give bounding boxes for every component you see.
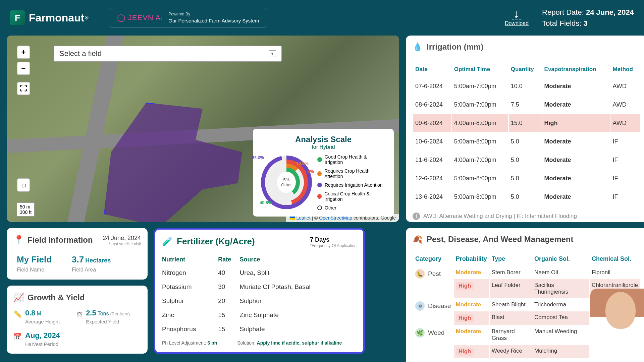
table-row: Phosphorus15Sulphate: [162, 322, 357, 336]
fertilizer-table: Nutrient Rate Source Nitrogen40Urea, Spl…: [162, 253, 357, 336]
powered-by-label: Powered By: [168, 11, 259, 17]
fertilizer-frequency: 7 Days: [310, 236, 357, 243]
fertilizer-card: 🧪Fertilizer (Kg/Acre) 7 Days *Frequency …: [154, 228, 365, 354]
pest-management-card: 🍂Pest, Disease, And Weed Management Cate…: [406, 228, 644, 362]
satellite-date: 24 June, 2024: [103, 235, 141, 242]
scale-indicator: 50 m300 ft: [17, 202, 35, 217]
table-row: 07-6-20245:00am-7:00pm10.0ModerateAWD: [413, 77, 640, 95]
leaf-icon: 🍂: [413, 235, 423, 244]
table-row: 09-6-20244:00am-8:00pm15.0HighAWD: [413, 114, 640, 132]
growth-icon: 📈: [13, 292, 24, 303]
table-row: Nitrogen40Urea, Split: [162, 266, 357, 280]
flask-icon: 🧪: [162, 236, 173, 247]
tagline: Our Personalized Farm Advisory System: [168, 17, 259, 24]
field-name: My Field: [17, 254, 52, 265]
analysis-donut-chart: 5%Other 97.2% 10.5% 45.8% 40.8%: [261, 156, 312, 209]
table-row: Potassium30Muriate Of Potash, Basal: [162, 280, 357, 294]
jeevn-logo: ◯ JEEVN Aᵢ: [117, 13, 163, 22]
legend-item: Critical Crop Health & Irrigation: [317, 191, 386, 202]
measure-button[interactable]: ◻: [17, 178, 30, 192]
app-logo: F Farmonaut®: [10, 10, 89, 25]
irrigation-icon: 💧: [413, 42, 423, 52]
zoom-out-button[interactable]: −: [17, 62, 30, 75]
download-icon: ⭳: [512, 9, 521, 20]
download-button[interactable]: ⭳ Download: [505, 9, 529, 26]
legend-item: Requires Crop Health Attention: [317, 168, 386, 179]
legend-item: Requires Irrigation Attention: [317, 182, 386, 188]
table-row: 🐛PestModerateStem BorerNeem OilFipronil: [413, 266, 640, 279]
info-icon: i: [413, 213, 420, 220]
field-info-card: 📍Field Information 24 June, 2024 *Last s…: [7, 228, 148, 280]
location-icon: 📍: [13, 235, 24, 245]
calendar-icon: 📅: [13, 333, 22, 341]
table-row: 12-6-20245:00am-8:00pm5.0ModerateIF: [413, 170, 640, 187]
legend-title: Analysis Scale: [261, 135, 386, 144]
height-icon: 📏: [13, 310, 22, 318]
field-area: 3.7: [72, 254, 84, 264]
table-row: Zinc15Zinc Sulphate: [162, 308, 357, 322]
table-row: 10-6-20245:00am-8:00pm5.0ModerateIF: [413, 133, 640, 150]
report-info: Report Date: 24 June, 2024 Total Fields:…: [542, 7, 634, 29]
growth-yield-card: 📈Growth & Yield 📏 0.8M Average Height ⚖: [7, 286, 148, 354]
legend-subtitle: for Hybrid: [261, 144, 386, 150]
analysis-scale-legend: Analysis Scale for Hybrid 5%Other 97.2% …: [253, 129, 394, 217]
yield-icon: ⚖: [76, 310, 83, 318]
assistant-avatar[interactable]: [590, 289, 644, 362]
table-row: Sulphur20Sulphur: [162, 294, 357, 308]
zoom-in-button[interactable]: +: [17, 46, 30, 59]
map-panel[interactable]: + − ⛶ Select a field ◻ 50 m300 ft 🇺🇦 Lea…: [7, 36, 399, 222]
table-row: 08-6-20245:00am-7:00pm7.5ModerateAWD: [413, 96, 640, 114]
legend-item: Good Crop Health & Irrigation: [317, 154, 386, 165]
table-row: 13-6-20245:00am-8:00pm5.0ModerateIF: [413, 188, 640, 206]
jeevn-box: ◯ JEEVN Aᵢ Powered By Our Personalized F…: [109, 8, 268, 28]
irrigation-table: Date Optimal Time Quantity Evapotranspir…: [413, 61, 641, 206]
table-row: 11-6-20244:00am-7:00pm5.0ModerateIF: [413, 151, 640, 169]
field-selector[interactable]: Select a field: [54, 46, 282, 62]
logo-icon: F: [10, 10, 25, 25]
irrigation-footer: AWD: Alternate Wetting and Drying | IF: …: [423, 213, 577, 220]
legend-item: Other: [317, 205, 386, 210]
irrigation-card: 💧Irrigation (mm) Date Optimal Time Quant…: [406, 36, 644, 222]
fullscreen-button[interactable]: ⛶: [17, 82, 30, 95]
